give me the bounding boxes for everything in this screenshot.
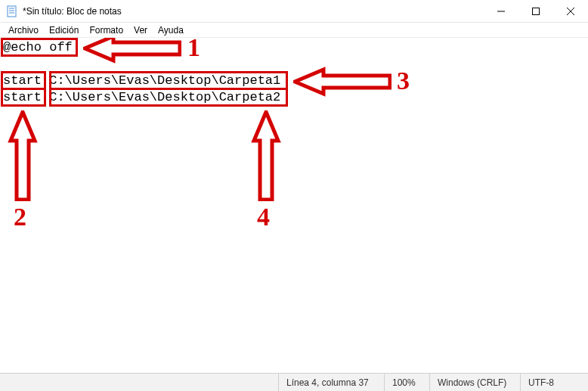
status-zoom: 100% xyxy=(384,374,429,391)
status-empty xyxy=(0,374,278,391)
menu-edit[interactable]: Edición xyxy=(44,23,84,37)
minimize-button[interactable] xyxy=(484,0,518,23)
status-bar: Línea 4, columna 37 100% Windows (CRLF) … xyxy=(0,373,588,391)
status-eol: Windows (CRLF) xyxy=(429,374,520,391)
title-bar: *Sin título: Bloc de notas xyxy=(0,0,588,23)
status-encoding: UTF-8 xyxy=(520,374,588,391)
notepad-window: *Sin título: Bloc de notas Archivo Edici… xyxy=(0,0,588,391)
menu-bar: Archivo Edición Formato Ver Ayuda xyxy=(0,23,588,38)
editor-area[interactable]: @echo off start C:\Users\Evas\Desktop\Ca… xyxy=(0,38,588,373)
svg-rect-5 xyxy=(533,8,540,14)
menu-help[interactable]: Ayuda xyxy=(153,23,189,37)
svg-rect-0 xyxy=(8,6,16,17)
notepad-icon xyxy=(6,5,18,17)
maximize-button[interactable] xyxy=(518,0,553,23)
window-title: *Sin título: Bloc de notas xyxy=(23,6,122,17)
close-button[interactable] xyxy=(553,0,588,23)
menu-view[interactable]: Ver xyxy=(128,23,153,37)
editor-text[interactable]: @echo off start C:\Users\Evas\Desktop\Ca… xyxy=(3,39,585,106)
status-position: Línea 4, columna 37 xyxy=(278,374,384,391)
menu-format[interactable]: Formato xyxy=(84,23,128,37)
menu-file[interactable]: Archivo xyxy=(3,23,44,37)
